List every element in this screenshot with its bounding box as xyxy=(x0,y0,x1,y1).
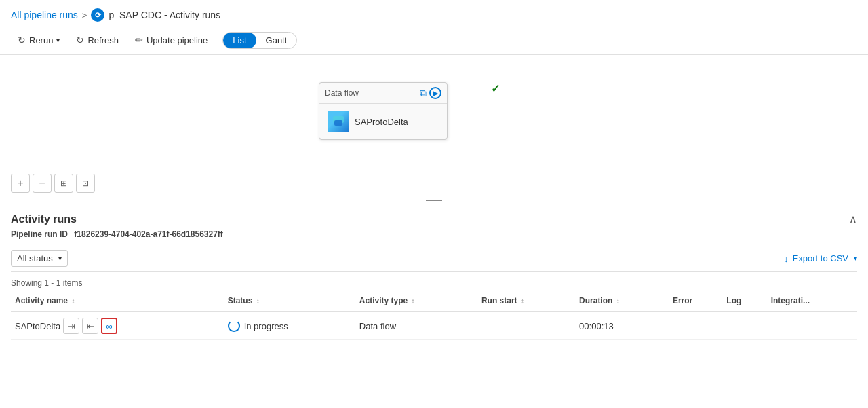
rerun-chevron-icon: ▾ xyxy=(56,37,60,44)
breadcrumb-current-text: p_SAP CDC - Activity runs xyxy=(108,10,220,20)
status-filter[interactable]: All status ▾ xyxy=(11,250,68,267)
refresh-button[interactable]: ↻ Refresh xyxy=(69,31,125,49)
status-value: In progress xyxy=(244,321,288,331)
refresh-icon: ↻ xyxy=(76,35,84,45)
col-status[interactable]: Status ↕ xyxy=(224,291,355,312)
refresh-label: Refresh xyxy=(87,35,119,45)
view-toggle: List Gantt xyxy=(222,32,297,49)
activity-type-cell: Data flow xyxy=(355,312,477,340)
activity-card-name: SAProtoDelta xyxy=(355,117,408,127)
details-icon: ∞ xyxy=(106,321,113,331)
sort-icon-status: ↕ xyxy=(256,297,260,305)
col-activity-type[interactable]: Activity type ↕ xyxy=(355,291,477,312)
filter-left: All status ▾ xyxy=(11,250,68,267)
list-view-button[interactable]: List xyxy=(223,33,256,48)
status-filter-label: All status xyxy=(17,253,53,263)
sort-icon-activity-name: ↕ xyxy=(71,297,75,305)
export-csv-button[interactable]: ↓ Export to CSV ▾ xyxy=(784,253,857,264)
activity-card-header: Data flow ⧉ ▶ xyxy=(319,83,447,104)
activity-name-content: SAPtoDelta ⇥ ⇤ ∞ xyxy=(15,318,220,334)
activity-card-body: SAProtoDelta xyxy=(319,104,447,139)
input-icon: ⇥ xyxy=(68,321,75,331)
update-pipeline-button[interactable]: ✏ Update pipeline xyxy=(128,31,214,49)
input-action-button[interactable]: ⇥ xyxy=(63,318,79,334)
pipeline-run-id-row: Pipeline run ID f1826239-4704-402a-a71f-… xyxy=(11,229,857,246)
col-log: Log xyxy=(722,291,766,312)
toolbar: ↻ Rerun ▾ ↻ Refresh ✏ Update pipeline Li… xyxy=(0,27,868,55)
breadcrumb-separator: > xyxy=(82,10,87,20)
run-icon[interactable]: ▶ xyxy=(429,87,441,99)
output-icon: ⇤ xyxy=(87,321,94,331)
table-header: Activity name ↕ Status ↕ Activity type ↕… xyxy=(11,291,857,312)
page-icon: ⟳ xyxy=(91,8,104,22)
integration-cell xyxy=(767,312,857,340)
log-cell xyxy=(722,312,766,340)
export-csv-label: Export to CSV xyxy=(793,253,848,263)
collapse-section-button[interactable]: ∧ xyxy=(849,212,857,225)
sort-icon-duration: ↕ xyxy=(616,297,620,305)
col-run-start[interactable]: Run start ↕ xyxy=(477,291,575,312)
breadcrumb-current: ⟳ p_SAP CDC - Activity runs xyxy=(91,8,220,22)
external-link-icon[interactable]: ⧉ xyxy=(420,88,427,99)
col-integration: Integrati... xyxy=(767,291,857,312)
filter-chevron-icon: ▾ xyxy=(58,255,62,262)
fit-button[interactable]: ⊞ xyxy=(54,174,73,193)
filter-bar: All status ▾ ↓ Export to CSV ▾ xyxy=(11,246,857,272)
canvas-area: Data flow ⧉ ▶ SAProtoDelta ✓ + − xyxy=(0,55,868,204)
collapse-handle[interactable] xyxy=(420,197,448,204)
edit-icon: ✏ xyxy=(135,35,143,45)
col-error: Error xyxy=(669,291,722,312)
activity-runs-section: Activity runs ∧ Pipeline run ID f1826239… xyxy=(0,204,868,351)
col-activity-name[interactable]: Activity name ↕ xyxy=(11,291,224,312)
gantt-view-button[interactable]: Gantt xyxy=(256,33,297,48)
divider-line xyxy=(426,200,442,201)
duration-cell: 00:00:13 xyxy=(575,312,669,340)
data-flow-icon xyxy=(328,111,349,132)
download-icon: ↓ xyxy=(784,253,789,264)
card-icons: ⧉ ▶ xyxy=(420,87,441,99)
breadcrumb-link[interactable]: All pipeline runs xyxy=(11,10,78,20)
pipeline-run-label: Pipeline run ID xyxy=(11,229,68,239)
rerun-label: Rerun xyxy=(29,35,53,45)
export-chevron-icon: ▾ xyxy=(854,255,857,262)
activity-name-value: SAPtoDelta xyxy=(15,321,60,331)
zoom-in-button[interactable]: + xyxy=(11,174,30,193)
section-title: Activity runs xyxy=(11,213,77,225)
rerun-button[interactable]: ↻ Rerun ▾ xyxy=(11,31,66,49)
showing-label: Showing 1 - 1 items xyxy=(11,274,857,291)
canvas-controls: + − ⊞ ⊡ xyxy=(11,174,95,193)
expand-button[interactable]: ⊡ xyxy=(76,174,95,193)
success-checkmark: ✓ xyxy=(491,82,500,95)
pipeline-run-id-value: f1826239-4704-402a-a71f-66d1856327ff xyxy=(74,229,223,239)
rerun-icon: ↻ xyxy=(18,35,26,45)
table-row: SAPtoDelta ⇥ ⇤ ∞ xyxy=(11,312,857,340)
sort-icon-activity-type: ↕ xyxy=(412,297,415,305)
run-start-cell xyxy=(477,312,575,340)
sort-icon-run-start: ↕ xyxy=(521,297,524,305)
status-cell: In progress xyxy=(224,312,355,340)
status-content: In progress xyxy=(228,320,351,332)
activity-name-cell: SAPtoDelta ⇥ ⇤ ∞ xyxy=(11,312,224,340)
table-body: SAPtoDelta ⇥ ⇤ ∞ xyxy=(11,312,857,340)
zoom-out-button[interactable]: − xyxy=(33,174,52,193)
breadcrumb: All pipeline runs > ⟳ p_SAP CDC - Activi… xyxy=(0,0,868,27)
output-action-button[interactable]: ⇤ xyxy=(82,318,98,334)
in-progress-spinner xyxy=(228,320,240,332)
card-type-label: Data flow xyxy=(325,88,359,98)
col-duration[interactable]: Duration ↕ xyxy=(575,291,669,312)
error-cell xyxy=(669,312,722,340)
activity-card: Data flow ⧉ ▶ SAProtoDelta xyxy=(319,82,448,140)
update-pipeline-label: Update pipeline xyxy=(146,35,208,45)
section-header: Activity runs ∧ xyxy=(11,204,857,229)
activity-runs-table: Activity name ↕ Status ↕ Activity type ↕… xyxy=(11,291,857,340)
svg-rect-1 xyxy=(334,120,342,126)
details-action-button[interactable]: ∞ xyxy=(101,318,117,334)
